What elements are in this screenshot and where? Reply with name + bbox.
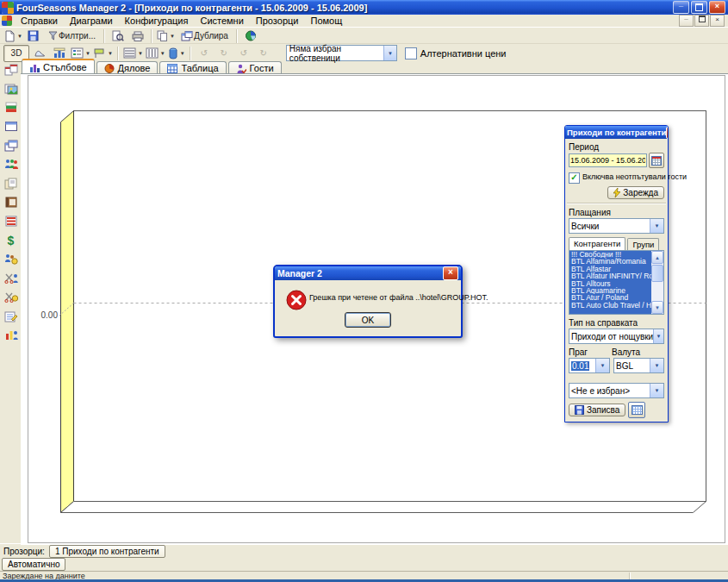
- view-tabs: Стълбове Дялове Таблица Гости: [22, 60, 728, 74]
- window-tab-button[interactable]: 1 Приходи по контрагенти: [49, 545, 165, 558]
- threshold-combobox[interactable]: 0.01 ▼: [569, 358, 610, 373]
- menu-konfiguracia[interactable]: Конфигурация: [119, 15, 195, 27]
- calendar-button[interactable]: [649, 153, 664, 168]
- app-icon-small: [2, 16, 12, 26]
- copy-button[interactable]: ▼: [156, 28, 176, 45]
- list-item[interactable]: BTL Alltours: [569, 280, 651, 287]
- dollar-icon[interactable]: $: [2, 232, 21, 248]
- documents-icon[interactable]: [2, 175, 21, 191]
- dialog-close-button[interactable]: ×: [443, 266, 458, 280]
- form-edit-icon[interactable]: [2, 308, 21, 324]
- window-icon[interactable]: [2, 118, 21, 135]
- period-input[interactable]: [569, 153, 647, 167]
- auto-button[interactable]: Автоматично: [2, 558, 65, 571]
- payments-combobox[interactable]: Всички ▼: [569, 218, 664, 234]
- left-toolbar: $: [0, 60, 22, 543]
- panel-close-button[interactable]: ×: [666, 127, 668, 139]
- combo-arrow-icon: ▼: [653, 329, 663, 343]
- spin-left-button[interactable]: ↺: [234, 45, 253, 62]
- alternative-prices-checkbox[interactable]: Алтернативни цени: [405, 47, 507, 59]
- mdi-minimize-button[interactable]: _: [679, 15, 694, 27]
- list-item[interactable]: BTL Atur / Poland: [569, 294, 651, 301]
- toolbar-separator: [190, 47, 191, 60]
- duplicate-window-icon: [181, 31, 193, 41]
- group-payment-icon[interactable]: [2, 251, 21, 267]
- cut-payment-icon[interactable]: [2, 289, 21, 305]
- minimize-button[interactable]: _: [673, 1, 689, 14]
- combo-arrow-icon: ▼: [595, 359, 609, 372]
- list-item[interactable]: BTL Alfastar: [569, 266, 651, 272]
- tab-shares[interactable]: Дялове: [96, 61, 159, 74]
- mdi-close-button[interactable]: ×: [710, 15, 725, 27]
- list-scrollbar[interactable]: ▲ ▼: [651, 251, 663, 314]
- tab-guests[interactable]: Гости: [228, 61, 282, 74]
- dialog-title-bar[interactable]: Manager 2 ×: [275, 266, 461, 280]
- spin-right-button[interactable]: ↻: [254, 45, 273, 62]
- window-title: FourSeasons Manager 2 - [Приходи по конт…: [16, 3, 367, 13]
- rotate-left-button[interactable]: ↺: [195, 45, 214, 62]
- menu-spravki[interactable]: Справки: [15, 15, 64, 27]
- menu-sistemni[interactable]: Системни: [194, 15, 249, 27]
- combo-arrow-icon: ▼: [650, 384, 663, 397]
- duplicate-button[interactable]: Дублира: [177, 28, 233, 45]
- currency-combobox[interactable]: BGL ▼: [613, 358, 664, 373]
- list-item[interactable]: !!! Свободни !!!: [569, 251, 651, 258]
- owners-combobox[interactable]: Няма избран собственици ▼: [286, 45, 397, 61]
- tab-columns[interactable]: Стълбове: [22, 59, 95, 74]
- horizontal-grid-button[interactable]: ▼: [122, 45, 144, 62]
- rotate-right-button[interactable]: ↻: [215, 45, 233, 62]
- list-item[interactable]: BTL Alfamina/Romania: [569, 258, 651, 265]
- save-icon: [575, 405, 584, 415]
- depth-button[interactable]: ▼: [167, 45, 186, 62]
- vertical-gridlines-icon: [146, 47, 159, 59]
- list-item[interactable]: BTL Auto Club Travel / Hunga: [569, 302, 651, 309]
- scroll-track[interactable]: [651, 283, 663, 301]
- report-type-combobox[interactable]: Приходи от нощувки ▼: [569, 329, 664, 344]
- table-view-button[interactable]: [628, 402, 645, 418]
- guest-stats-icon[interactable]: [2, 327, 21, 343]
- list-item-partial[interactable]: [569, 309, 651, 314]
- chart-button[interactable]: [241, 28, 260, 45]
- labels-button[interactable]: ▼: [92, 45, 114, 62]
- ledger-icon[interactable]: [2, 213, 21, 229]
- ok-button[interactable]: OK: [345, 312, 391, 328]
- mdi-restore-button[interactable]: [694, 15, 709, 27]
- cut-guest-icon[interactable]: [2, 270, 21, 286]
- checkbox-checked-icon: ✓: [569, 172, 580, 184]
- vertical-grid-button[interactable]: ▼: [145, 45, 166, 62]
- template-combobox[interactable]: <Не е избран> ▼: [569, 383, 664, 398]
- save-button[interactable]: [24, 28, 43, 45]
- windows-label: Прозорци:: [3, 547, 45, 556]
- book-icon[interactable]: [2, 194, 21, 210]
- tab-table[interactable]: Таблица: [159, 61, 226, 74]
- toolbar-chart: 3D ▼ ▼ ▼ ▼ ▼ ↺ ↻ ↺ ↻: [0, 43, 728, 62]
- panel-title-bar[interactable]: Приходи по контрагенти ×: [565, 126, 668, 139]
- tab-contractors[interactable]: Контрагенти: [569, 237, 625, 250]
- error-dialog: Manager 2 × Грешка при четене от файла .…: [273, 265, 463, 338]
- dropdown-arrow-icon: ▼: [85, 51, 90, 56]
- close-button[interactable]: ×: [709, 1, 725, 14]
- include-guests-checkbox[interactable]: ✓ Включва неотпътували гости: [569, 172, 664, 184]
- save-report-button[interactable]: Записва: [569, 404, 625, 416]
- print-button[interactable]: [128, 28, 147, 45]
- toolbar-main: ▼ Филтри... ▼ Дублира: [0, 27, 728, 44]
- scroll-down-icon[interactable]: ▼: [651, 301, 663, 314]
- guests-group-icon[interactable]: [2, 156, 21, 172]
- photo-icon[interactable]: [2, 80, 21, 97]
- scroll-up-icon[interactable]: ▲: [651, 251, 663, 264]
- scroll-thumb[interactable]: [651, 265, 663, 282]
- print-preview-button[interactable]: [109, 28, 128, 45]
- bulgaria-flag-icon[interactable]: [2, 99, 21, 116]
- menu-diagrami[interactable]: Диаграми: [64, 15, 119, 27]
- window-copy-icon[interactable]: [2, 137, 21, 153]
- new-report-button[interactable]: ▼: [3, 28, 23, 45]
- tab-groups[interactable]: Групи: [627, 238, 659, 250]
- list-item[interactable]: BTL Alfatur INFINITY/ Romani: [569, 272, 651, 279]
- load-button[interactable]: Зарежда: [607, 186, 664, 199]
- list-item[interactable]: BTL Aquamarine: [569, 287, 651, 294]
- filter-button[interactable]: Филтри...: [44, 28, 100, 45]
- menu-prozorci[interactable]: Прозорци: [250, 15, 305, 27]
- restore-button[interactable]: [691, 1, 707, 14]
- calendar-pair-icon[interactable]: [2, 61, 21, 78]
- menu-pomosht[interactable]: Помощ: [304, 15, 348, 27]
